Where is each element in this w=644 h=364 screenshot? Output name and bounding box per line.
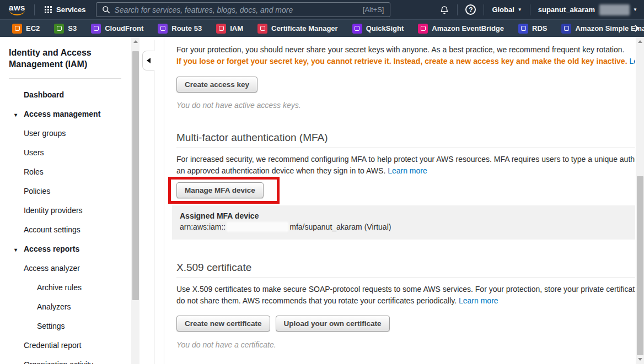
x509-section-divider: [176, 278, 635, 278]
sidebar-item-archive-rules[interactable]: Archive rules: [9, 280, 121, 295]
sidebar-section-access-reports[interactable]: ▾Access reports: [9, 242, 121, 256]
x509-info-line2: do not share them. AWS recommends that y…: [176, 295, 635, 307]
no-access-keys-note: You do not have active access keys.: [176, 101, 635, 110]
mfa-info-line1: For increased security, we recommend con…: [176, 154, 635, 165]
rds-icon: [518, 24, 528, 34]
sidebar-scrollbar-thumb[interactable]: [132, 51, 139, 300]
topbar-divider: [484, 4, 484, 15]
main-scrollbar[interactable]: [636, 37, 644, 364]
x509-actions: Create new certificate Upload your own c…: [176, 316, 635, 332]
sidebar-item-policies[interactable]: Policies: [9, 184, 121, 198]
s3-icon: [54, 24, 64, 34]
sidebar-item-dashboard[interactable]: Dashboard: [9, 88, 121, 102]
collapse-left-icon: [147, 58, 151, 63]
sidebar-item-analyzers[interactable]: Analyzers: [9, 300, 121, 314]
help-icon: ?: [465, 4, 476, 15]
scroll-down-arrow-icon[interactable]: [638, 358, 642, 361]
access-keys-warning-line: If you lose or forget your secret key, y…: [176, 56, 635, 67]
redacted-account-id: [599, 4, 630, 15]
account-menu[interactable]: supanut_akaram ▼: [538, 4, 637, 15]
sidebar-item-users[interactable]: Users: [9, 145, 121, 160]
iam-icon: [216, 24, 226, 34]
chevron-right-icon: [632, 25, 639, 32]
sidebar-item-access-analyzer[interactable]: Access analyzer: [9, 261, 121, 275]
quicksight-icon: [352, 24, 362, 34]
favorite-route53[interactable]: Route 53: [158, 24, 202, 34]
assigned-mfa-device-box: Assigned MFA device arn:aws:iam:: mfa/su…: [172, 205, 635, 240]
sidebar-divider: [9, 78, 121, 79]
sidebar-item-identity-providers[interactable]: Identity providers: [9, 203, 121, 218]
favorite-quicksight[interactable]: QuickSight: [352, 24, 404, 34]
cloudfront-icon: [91, 24, 101, 34]
x509-info-line1: Use X.509 certificates to make secure SO…: [176, 284, 635, 295]
create-access-key-button[interactable]: Create access key: [176, 77, 257, 93]
chevron-down-icon: ▼: [633, 7, 637, 12]
help-button[interactable]: ?: [465, 4, 476, 15]
ses-icon: [561, 24, 571, 34]
aws-logo[interactable]: aws: [0, 4, 34, 15]
x509-section-title: X.509 certificate: [176, 262, 635, 274]
favorites-bar: EC2 S3 CloudFront Route 53 IAM Certifica…: [0, 19, 644, 37]
certificate-manager-icon: [257, 24, 267, 34]
sidebar-section-access-management[interactable]: ▾Access management: [9, 107, 121, 121]
topbar-divider: [457, 4, 458, 15]
favorite-cloudfront[interactable]: CloudFront: [91, 24, 143, 34]
mfa-learn-more-link[interactable]: Learn more: [388, 166, 427, 175]
caret-down-icon: ▾: [14, 112, 24, 118]
favorite-ec2[interactable]: EC2: [12, 24, 40, 34]
services-grid-icon: [45, 6, 52, 13]
favorite-iam[interactable]: IAM: [216, 24, 243, 34]
main-scrollbar-thumb[interactable]: [637, 176, 643, 355]
main-content: For your protection, you should never sh…: [164, 37, 635, 364]
sidebar-collapse-button[interactable]: [142, 51, 154, 70]
chevron-down-icon: ▼: [518, 7, 522, 12]
search-input[interactable]: [115, 6, 358, 14]
eventbridge-icon: [418, 24, 428, 34]
access-keys-learn-more-link[interactable]: Learn more: [629, 57, 635, 66]
favorite-s3[interactable]: S3: [54, 24, 77, 34]
sidebar-item-roles[interactable]: Roles: [9, 165, 121, 179]
scroll-up-arrow-icon[interactable]: [133, 40, 138, 43]
scroll-up-arrow-icon[interactable]: [638, 40, 642, 43]
assigned-mfa-device-title: Assigned MFA device: [180, 211, 627, 221]
global-search-box[interactable]: [Alt+S]: [96, 2, 390, 17]
create-new-certificate-button[interactable]: Create new certificate: [176, 316, 270, 332]
iam-sidebar: Identity and Access Management (IAM) Das…: [0, 37, 131, 364]
upload-own-certificate-button[interactable]: Upload your own certificate: [276, 316, 390, 332]
manage-mfa-device-button[interactable]: Manage MFA device: [176, 182, 264, 198]
username-label: supanut_akaram: [538, 6, 595, 14]
search-icon: [102, 6, 110, 14]
topbar-right-group: ? Global ▼ supanut_akaram ▼: [439, 4, 644, 15]
region-label: Global: [492, 6, 514, 14]
notifications-bell-button[interactable]: [439, 5, 449, 15]
access-keys-info-text: For your protection, you should never sh…: [176, 44, 635, 56]
aws-smile-icon: [9, 10, 25, 15]
caret-down-icon: ▾: [14, 247, 24, 253]
sidebar-item-credential-report[interactable]: Credential report: [9, 338, 121, 352]
access-keys-warning-text: If you lose or forget your secret key, y…: [176, 57, 627, 66]
ec2-icon: [12, 24, 22, 34]
sidebar-scrollbar[interactable]: [131, 37, 139, 364]
top-nav-bar: aws Services [Alt+S] ? Global ▼: [0, 0, 644, 19]
sidebar-item-settings[interactable]: Settings: [9, 319, 121, 333]
x509-learn-more-link[interactable]: Learn more: [459, 296, 498, 305]
favorite-eventbridge[interactable]: Amazon EventBridge: [418, 24, 504, 34]
favorite-rds[interactable]: RDS: [518, 24, 547, 34]
no-certificate-note: You do not have a certificate.: [176, 340, 635, 349]
red-annotation-box: Manage MFA device: [168, 177, 280, 204]
redacted-account-number: [227, 222, 288, 232]
mfa-info-line2: an approved authentication device when t…: [176, 165, 635, 177]
services-menu-button[interactable]: Services: [35, 0, 96, 19]
sidebar-item-organization-activity[interactable]: Organization activity: [9, 357, 121, 364]
mfa-section-title: Multi-factor authentication (MFA): [176, 132, 635, 144]
topbar-divider: [530, 4, 530, 15]
region-selector[interactable]: Global ▼: [492, 6, 522, 14]
favorites-scroll-right-button[interactable]: [633, 24, 640, 34]
sidebar-item-user-groups[interactable]: User groups: [9, 126, 121, 140]
access-keys-actions: Create access key: [176, 77, 635, 93]
favorite-certificate-manager[interactable]: Certificate Manager: [257, 24, 338, 34]
sidebar-title: Identity and Access Management (IAM): [9, 47, 121, 70]
sidebar-item-account-settings[interactable]: Account settings: [9, 222, 121, 237]
mfa-device-arn: arn:aws:iam:: mfa/supanut_akaram (Virtua…: [180, 221, 627, 233]
route53-icon: [158, 24, 168, 34]
